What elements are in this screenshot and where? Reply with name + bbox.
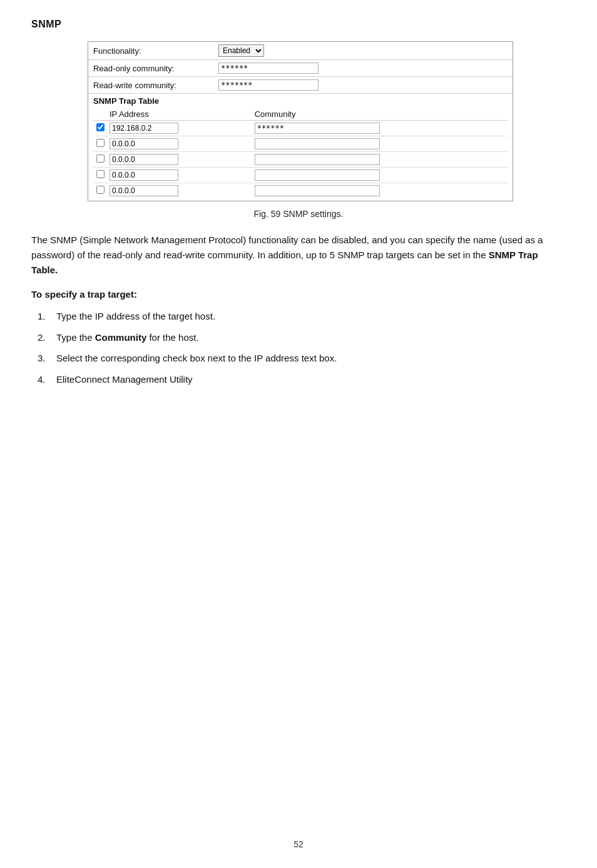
list-item: 1. Type the IP address of the target hos… [38, 308, 566, 325]
trap-checkbox-2[interactable] [96, 139, 105, 147]
readwrite-community-label: Read-write community: [93, 81, 218, 90]
snmp-settings-box: Functionality: Enabled Disabled Read-onl… [88, 41, 513, 201]
functionality-label: Functionality: [93, 46, 218, 56]
body-paragraph-text: The SNMP (Simple Network Management Prot… [31, 235, 543, 260]
col-ip-header: IP Address [107, 108, 252, 121]
community-cell-3[interactable] [252, 152, 508, 168]
step-1-text: Type the IP address of the target host. [56, 308, 215, 325]
ip-cell-1[interactable] [107, 121, 252, 136]
readonly-community-label: Read-only community: [93, 64, 218, 73]
readonly-community-value[interactable] [218, 63, 508, 74]
list-item: 4. EliteConnect Management Utility [38, 371, 566, 388]
col-checkbox-header [93, 108, 107, 121]
trap-community-input-2[interactable] [255, 138, 380, 149]
readwrite-community-value[interactable] [218, 79, 508, 91]
step-2-suffix: for the host. [146, 332, 198, 343]
table-row [93, 136, 508, 152]
list-num: 4. [38, 371, 50, 388]
step-2-prefix: Type the [56, 332, 95, 343]
readonly-community-input[interactable] [218, 63, 319, 74]
readwrite-community-row: Read-write community: [88, 77, 513, 94]
step-2-bold: Community [95, 332, 147, 343]
functionality-value[interactable]: Enabled Disabled [218, 44, 508, 57]
step-3-text: Select the corresponding check box next … [56, 350, 337, 366]
trap-ip-input-1[interactable] [110, 123, 178, 134]
trap-table: IP Address Community [93, 108, 508, 198]
list-item: 2. Type the Community for the host. [38, 330, 566, 346]
checkbox-cell[interactable] [93, 168, 107, 183]
trap-community-input-4[interactable] [255, 169, 380, 181]
community-cell-4[interactable] [252, 168, 508, 183]
table-row [93, 183, 508, 199]
checkbox-cell[interactable] [93, 152, 107, 168]
sub-heading: To specify a trap target: [31, 289, 566, 300]
ip-cell-3[interactable] [107, 152, 252, 168]
trap-ip-input-5[interactable] [110, 185, 178, 196]
trap-checkbox-1[interactable] [96, 123, 105, 131]
step-2-text: Type the Community for the host. [56, 330, 199, 346]
trap-community-input-5[interactable] [255, 185, 380, 196]
community-cell-1[interactable] [252, 121, 508, 136]
table-row [93, 121, 508, 136]
trap-table-section: SNMP Trap Table IP Address Community [88, 94, 513, 201]
steps-list: 1. Type the IP address of the target hos… [38, 308, 566, 387]
community-cell-2[interactable] [252, 136, 508, 152]
trap-ip-input-2[interactable] [110, 138, 178, 149]
functionality-select[interactable]: Enabled Disabled [218, 44, 264, 57]
table-row [93, 152, 508, 168]
trap-ip-input-4[interactable] [110, 169, 178, 181]
checkbox-cell[interactable] [93, 121, 107, 136]
page-footer: 52 [31, 839, 566, 849]
list-num: 1. [38, 308, 50, 325]
checkbox-cell[interactable] [93, 136, 107, 152]
trap-checkbox-5[interactable] [96, 186, 105, 194]
col-community-header: Community [252, 108, 508, 121]
ip-cell-5[interactable] [107, 183, 252, 199]
community-cell-5[interactable] [252, 183, 508, 199]
list-num: 2. [38, 330, 50, 346]
body-paragraph: The SNMP (Simple Network Management Prot… [31, 233, 566, 278]
ip-cell-2[interactable] [107, 136, 252, 152]
trap-table-heading: SNMP Trap Table [93, 96, 508, 106]
trap-ip-input-3[interactable] [110, 154, 178, 165]
list-num: 3. [38, 350, 50, 366]
fig-caption: Fig. 59 SNMP settings. [31, 209, 566, 219]
trap-community-input-3[interactable] [255, 154, 380, 165]
readonly-community-row: Read-only community: [88, 60, 513, 77]
ip-cell-4[interactable] [107, 168, 252, 183]
functionality-row: Functionality: Enabled Disabled [88, 42, 513, 60]
trap-checkbox-3[interactable] [96, 154, 105, 163]
table-row [93, 168, 508, 183]
page-heading: SNMP [31, 19, 566, 30]
step-4-text: EliteConnect Management Utility [56, 371, 193, 388]
trap-community-input-1[interactable] [255, 123, 380, 134]
checkbox-cell[interactable] [93, 183, 107, 199]
list-item: 3. Select the corresponding check box ne… [38, 350, 566, 366]
trap-checkbox-4[interactable] [96, 170, 105, 178]
readwrite-community-input[interactable] [218, 79, 319, 91]
